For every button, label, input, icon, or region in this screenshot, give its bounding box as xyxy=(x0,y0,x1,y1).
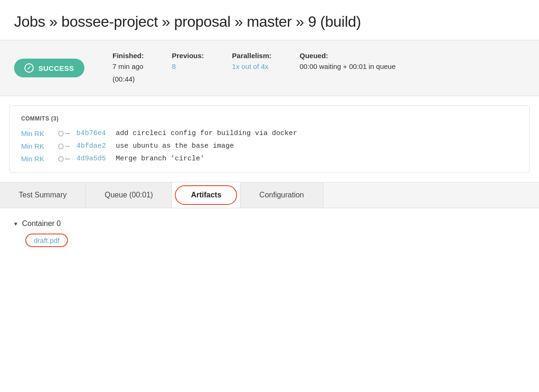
git-node-icon-0 xyxy=(58,131,70,136)
tabs-section: Test Summary Queue (00:01) Artifacts Con… xyxy=(0,182,539,258)
finished-value: 7 min ago xyxy=(112,61,144,72)
tab-configuration-label: Configuration xyxy=(259,191,304,199)
commit-author-0[interactable]: Min RK xyxy=(21,129,52,137)
finished-duration: (00:44) xyxy=(112,74,144,85)
tab-configuration[interactable]: Configuration xyxy=(240,182,323,208)
parallelism-block: Parallelism: 1x out of 4x xyxy=(232,52,271,72)
parallelism-value[interactable]: 1x out of 4x xyxy=(232,61,271,72)
tab-queue-label: Queue (00:01) xyxy=(105,191,153,199)
commit-row: Min RK 4d9a5d5 Merge branch 'circle' xyxy=(21,155,518,163)
tab-artifacts[interactable]: Artifacts xyxy=(172,182,240,208)
finished-label: Finished: xyxy=(112,52,144,60)
tab-test-summary[interactable]: Test Summary xyxy=(0,182,86,208)
success-label: SUCCESS xyxy=(38,64,74,72)
commit-hash-0[interactable]: b4b76e4 xyxy=(76,129,109,137)
commit-msg-1: use ubuntu as the base image xyxy=(116,142,234,150)
commit-msg-2: Merge branch 'circle' xyxy=(116,155,204,163)
queued-value: 00:00 waiting + 00:01 in queue xyxy=(299,61,396,72)
container-label: Container 0 xyxy=(22,219,61,228)
commit-author-2[interactable]: Min RK xyxy=(21,155,52,163)
tab-queue[interactable]: Queue (00:01) xyxy=(86,182,172,208)
check-icon xyxy=(24,63,34,73)
page-title: Jobs » bossee-project » proposal » maste… xyxy=(14,13,525,30)
commit-row: Min RK b4b76e4 add circleci config for b… xyxy=(21,129,518,137)
parallelism-label: Parallelism: xyxy=(232,52,271,60)
previous-value[interactable]: 8 xyxy=(172,61,204,72)
commit-row: Min RK 4bfdae2 use ubuntu as the base im… xyxy=(21,142,518,150)
tabs-bar: Test Summary Queue (00:01) Artifacts Con… xyxy=(0,182,539,208)
commit-author-1[interactable]: Min RK xyxy=(21,142,52,150)
commit-hash-2[interactable]: 4d9a5d5 xyxy=(76,155,109,163)
artifact-file-link[interactable]: draft.pdf xyxy=(25,234,68,247)
artifacts-content: ▾ Container 0 draft.pdf xyxy=(0,208,539,258)
status-section: SUCCESS Finished: 7 min ago (00:44) Prev… xyxy=(0,40,539,96)
queued-block: Queued: 00:00 waiting + 00:01 in queue xyxy=(299,52,396,72)
commit-msg-0: add circleci config for building via doc… xyxy=(116,129,297,137)
success-badge: SUCCESS xyxy=(14,59,84,77)
page-container: Jobs » bossee-project » proposal » maste… xyxy=(0,0,539,258)
previous-block: Previous: 8 xyxy=(172,52,204,72)
title-bar: Jobs » bossee-project » proposal » maste… xyxy=(0,0,539,40)
chevron-down-icon: ▾ xyxy=(14,220,17,227)
commit-hash-1[interactable]: 4bfdae2 xyxy=(76,142,109,150)
commits-header: COMMITS (3) xyxy=(21,115,518,122)
container-header: ▾ Container 0 xyxy=(14,219,525,228)
commits-section: COMMITS (3) Min RK b4b76e4 add circleci … xyxy=(9,106,530,173)
previous-label: Previous: xyxy=(172,52,204,60)
tab-artifacts-label: Artifacts xyxy=(191,191,221,199)
git-node-icon-1 xyxy=(58,143,70,149)
git-node-icon-2 xyxy=(58,156,70,162)
queued-label: Queued: xyxy=(299,52,396,60)
tab-test-summary-label: Test Summary xyxy=(19,191,67,199)
finished-block: Finished: 7 min ago (00:44) xyxy=(112,52,144,84)
